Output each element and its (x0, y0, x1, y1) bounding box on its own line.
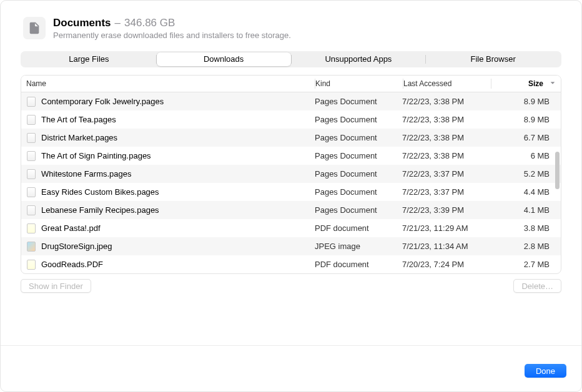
file-size: 4.1 MB (490, 205, 561, 215)
column-header-size-label: Size (528, 79, 543, 88)
table-row[interactable]: The Art of Tea.pagesPages Document7/22/2… (21, 110, 561, 129)
table-row[interactable]: GoodReads.PDFPDF document7/20/23, 7:24 P… (21, 255, 561, 273)
file-last-accessed: 7/22/23, 3:38 PM (402, 97, 490, 106)
file-kind: Pages Document (315, 115, 402, 124)
show-in-finder-button[interactable]: Show in Finder (21, 279, 91, 293)
file-name: The Art of Sign Painting.pages (41, 151, 151, 160)
tab-large-files[interactable]: Large Files (22, 52, 156, 66)
file-kind: Pages Document (315, 133, 402, 142)
file-name: Easy Rides Custom Bikes.pages (41, 187, 159, 197)
file-icon (26, 223, 36, 233)
file-name: Lebanese Family Recipes.pages (41, 205, 159, 215)
table-row[interactable]: DrugStoreSign.jpegJPEG image7/21/23, 11:… (21, 237, 561, 255)
file-last-accessed: 7/22/23, 3:37 PM (402, 169, 490, 179)
tab-file-browser[interactable]: File Browser (426, 52, 560, 66)
table-row[interactable]: The Art of Sign Painting.pagesPages Docu… (21, 147, 561, 165)
file-size: 4.4 MB (490, 187, 561, 197)
file-last-accessed: 7/22/23, 3:39 PM (402, 205, 490, 215)
table-row[interactable]: Lebanese Family Recipes.pagesPages Docum… (21, 201, 561, 219)
file-name: District Market.pages (41, 133, 117, 142)
file-kind: PDF document (315, 260, 402, 269)
table-row[interactable]: Easy Rides Custom Bikes.pagesPages Docum… (21, 183, 561, 201)
file-kind: Pages Document (315, 97, 402, 106)
segmented-control: Large Files Downloads Unsupported Apps F… (21, 51, 561, 67)
page-subtitle: Permanently erase downloaded files and i… (53, 31, 291, 40)
column-header-last-accessed[interactable]: Last Accessed (403, 79, 491, 88)
file-last-accessed: 7/20/23, 7:24 PM (402, 260, 490, 269)
file-kind: JPEG image (315, 242, 402, 251)
chevron-down-icon (550, 79, 556, 88)
file-name: The Art of Tea.pages (41, 115, 116, 124)
footer-row: Show in Finder Delete… (1, 274, 581, 293)
file-icon (26, 187, 36, 197)
column-header-size[interactable]: Size (491, 79, 561, 88)
file-name: Contemporary Folk Jewelry.pages (41, 97, 164, 106)
scrollbar-thumb[interactable] (555, 152, 560, 189)
file-name: GoodReads.PDF (41, 260, 103, 269)
storage-documents-window: Documents – 346.86 GB Permanently erase … (1, 1, 581, 293)
footer-separator (1, 345, 581, 346)
table-row[interactable]: Contemporary Folk Jewelry.pagesPages Doc… (21, 92, 561, 110)
file-name: DrugStoreSign.jpeg (41, 242, 112, 251)
file-size: 5.2 MB (490, 169, 561, 179)
tab-downloads[interactable]: Downloads (157, 52, 291, 66)
file-last-accessed: 7/22/23, 3:38 PM (402, 115, 490, 124)
file-kind: Pages Document (315, 187, 402, 197)
file-size: 8.9 MB (490, 115, 561, 124)
downloads-table: Name Kind Last Accessed Size Contemporar… (21, 75, 561, 274)
tab-unsupported-apps[interactable]: Unsupported Apps (292, 52, 426, 66)
file-name: Whitestone Farms.pages (41, 169, 132, 179)
file-icon (26, 133, 36, 143)
done-button[interactable]: Done (525, 364, 566, 378)
file-last-accessed: 7/22/23, 3:38 PM (402, 133, 490, 142)
file-last-accessed: 7/21/23, 11:29 AM (402, 223, 490, 233)
header: Documents – 346.86 GB Permanently erase … (1, 1, 581, 51)
table-row[interactable]: Whitestone Farms.pagesPages Document7/22… (21, 165, 561, 183)
column-header-kind[interactable]: Kind (315, 79, 403, 88)
file-size: 2.7 MB (490, 260, 561, 269)
file-name: Great Pasta!.pdf (41, 223, 101, 233)
file-size: 8.9 MB (490, 97, 561, 106)
file-kind: Pages Document (315, 205, 402, 215)
file-icon (26, 115, 36, 125)
file-icon (26, 242, 36, 252)
file-kind: Pages Document (315, 151, 402, 160)
file-icon (26, 205, 36, 215)
documents-app-icon (23, 17, 46, 39)
title-size: 346.86 GB (124, 17, 175, 29)
table-row[interactable]: Great Pasta!.pdfPDF document7/21/23, 11:… (21, 219, 561, 237)
file-icon (26, 97, 36, 107)
file-size: 2.8 MB (490, 242, 561, 251)
title-separator: – (115, 17, 121, 29)
file-last-accessed: 7/22/23, 3:38 PM (402, 151, 490, 160)
delete-button[interactable]: Delete… (513, 279, 561, 293)
column-header-name[interactable]: Name (21, 79, 315, 88)
file-icon (26, 151, 36, 161)
file-kind: Pages Document (315, 169, 402, 179)
file-size: 6 MB (490, 151, 561, 160)
page-title: Documents (53, 17, 111, 29)
file-icon (26, 260, 36, 270)
file-icon (26, 169, 36, 179)
file-kind: PDF document (315, 223, 402, 233)
file-size: 6.7 MB (490, 133, 561, 142)
file-last-accessed: 7/22/23, 3:37 PM (402, 187, 490, 197)
file-size: 3.8 MB (490, 223, 561, 233)
table-header: Name Kind Last Accessed Size (21, 76, 561, 92)
table-row[interactable]: District Market.pagesPages Document7/22/… (21, 129, 561, 147)
file-last-accessed: 7/21/23, 11:34 AM (402, 242, 490, 251)
